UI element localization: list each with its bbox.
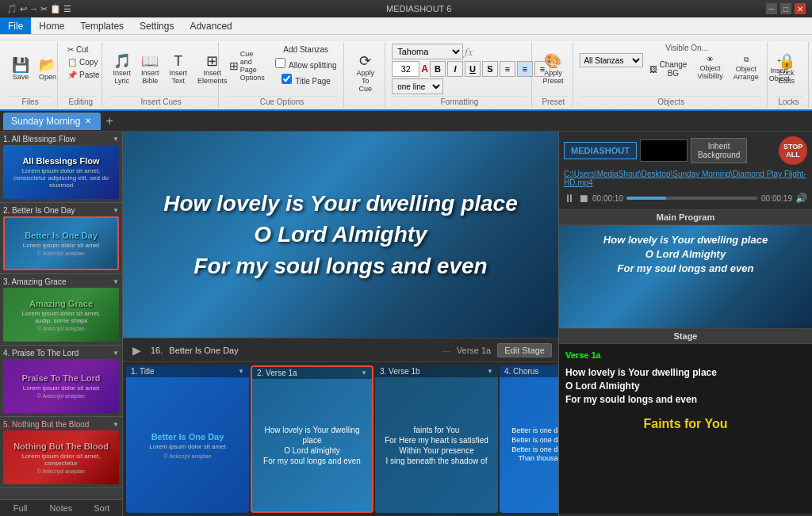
close-button[interactable]: ✕ [795,3,806,14]
insert-lyric-button[interactable]: 🎵 InsertLyric [109,52,135,87]
stage-area: How lovely is Your dwelling place O Lord… [123,132,558,516]
volume-icon[interactable]: 🔊 [795,193,807,204]
open-button[interactable]: 📂 Open [35,55,60,83]
dropdown-icon[interactable]: ▼ [238,368,244,375]
mediashout-logo: MEDIASHOUT [564,142,637,159]
cue-card[interactable]: 3. Verse 1b ▼ faints for YouFor Here my … [375,365,498,513]
line-spacing-selector[interactable]: one line [392,78,443,94]
preview-line3: For my soul longs and even [163,250,518,281]
notes-view-button[interactable]: Notes [40,500,81,516]
stop-button[interactable]: ⏹ [578,192,589,204]
stage-yellow-text: Faints for You [565,417,806,431]
open-icon: 📂 [39,58,56,72]
cue-page-options-button[interactable]: ⊞ Cue andPage Options [225,52,269,80]
bold-button[interactable]: B [430,61,446,77]
stage-verse-label: Verse 1a [565,350,806,360]
expand-icon[interactable]: ▼ [113,421,119,428]
window-controls: ─ □ ✕ [766,3,806,14]
cue-card[interactable]: 1. Title ▼ Better Is One Day Lorem ipsum… [126,365,249,513]
menu-file[interactable]: File [0,17,31,34]
add-stanzas-button[interactable]: Add Stanzas [272,44,340,55]
insert-text-button[interactable]: T InsertText [166,52,192,87]
italic-button[interactable]: I [447,61,463,77]
slide-item-header: 2. Better Is One Day ▼ [3,206,119,215]
font-selector[interactable]: Tahoma [392,44,463,59]
lock-edits-button[interactable]: 🔒 LockEdits [774,52,799,87]
title-page-button[interactable]: Title Page [272,72,340,87]
slide-item[interactable]: 3. Amazing Grace ▼ Amazing Grace Lorem i… [0,274,122,346]
time-elapsed: 00:00:10 [592,194,623,203]
apply-preset-buttons: 🎨 ApplyPreset [538,44,567,94]
tab-label: Sunday Morning [11,116,80,127]
menu-settings[interactable]: Settings [132,17,182,34]
expand-icon[interactable]: ▼ [113,207,119,214]
sort-button[interactable]: Sort [82,500,122,516]
verse-label: Verse 1a [457,346,491,355]
shadow-button[interactable]: S [482,61,498,77]
cue-number: 16. [151,346,163,355]
apply-to-cue-button[interactable]: ⟳ ApplyTo Cue [350,52,380,95]
tab-close-button[interactable]: ✕ [83,117,93,125]
play-button[interactable]: ▶ [129,342,144,358]
stanzas-selector[interactable]: All Stanzas [580,53,643,67]
doc-tab-sunday-morning[interactable]: Sunday Morning ✕ [3,113,101,130]
align-left-button[interactable]: ≡ [500,61,515,77]
stage-main-line3: For my sould longs and even [565,393,806,407]
object-arrange-button[interactable]: ⧉ ObjectArrange [730,53,763,85]
save-icon: 💾 [12,58,29,72]
insert-bible-button[interactable]: 📖 InsertBible [137,52,163,87]
insert-buttons: 🎵 InsertLyric 📖 InsertBible T InsertText… [109,44,231,94]
file-path[interactable]: C:\Users\MediaShout\Desktop\Sunday Morni… [564,168,807,189]
visible-on-label: Visible On... [665,44,708,52]
underline-button[interactable]: U [465,61,481,77]
dropdown-icon[interactable]: ▼ [487,368,493,375]
dropdown-icon[interactable]: ▼ [361,369,367,376]
paste-button[interactable]: 📌 Paste [64,69,102,81]
slide-number: 1. All Blessings Flow [3,135,75,143]
cue-card[interactable]: 2. Verse 1a ▼ How lovely is Your dwellin… [251,365,373,513]
copy-button[interactable]: 📋 Copy [64,56,101,68]
cue-cards-container: 1. Title ▼ Better Is One Day Lorem ipsum… [123,362,558,516]
slide-item[interactable]: 2. Better Is One Day ▼ Better Is One Day… [0,203,122,274]
object-visibility-button[interactable]: 👁 ObjectVisibility [693,53,726,85]
expand-icon[interactable]: ▼ [113,278,119,285]
cue-card-label: 1. Title [131,367,154,376]
minimize-button[interactable]: ─ [766,3,777,14]
slide-item[interactable]: 5. Nothing But the Blood ▼ Nothing But T… [0,417,122,488]
allow-splitting-checkbox[interactable] [275,58,285,68]
slide-item[interactable]: 4. Praise To The Lord ▼ Praise To The Lo… [0,346,122,417]
expand-icon[interactable]: ▼ [113,136,119,143]
allow-splitting-button[interactable]: Allow splitting [272,56,340,71]
maximize-button[interactable]: □ [780,3,791,14]
menu-home[interactable]: Home [31,17,72,34]
apply-preset-button[interactable]: 🎨 ApplyPreset [538,52,567,87]
font-size-input[interactable] [392,61,419,77]
progress-bar[interactable] [626,197,758,200]
expand-icon[interactable]: ▼ [113,350,119,357]
menu-advanced[interactable]: Advanced [182,17,239,34]
pause-button[interactable]: ⏸ [564,192,575,204]
font-color-btn[interactable]: A [421,63,428,75]
stop-all-button[interactable]: STOPALL [779,136,807,165]
preview-line1: How lovely is Your dwelling place [163,188,518,219]
title-page-checkbox[interactable] [282,74,292,84]
edit-stage-button[interactable]: Edit Stage [497,343,552,357]
new-tab-button[interactable]: + [102,114,116,128]
visibility-icon: 👁 [707,55,714,63]
cue-card[interactable]: 4. Chorus ▼ Better is one day in Your co… [500,365,558,513]
save-button[interactable]: 💾 Save [8,55,33,83]
ribbon-content: 💾 Save 📂 Open Files ✂ Cut 📋 Copy 📌 Paste… [0,40,812,109]
main-layout: 1. All Blessings Flow ▼ All Blessings Fl… [0,132,812,516]
menu-templates[interactable]: Templates [72,17,132,34]
inherit-background-button[interactable]: InheritBackground [691,138,747,163]
align-center-button[interactable]: ≡ [517,61,533,77]
main-preview[interactable]: How lovely is Your dwelling place O Lord… [123,132,558,338]
full-view-button[interactable]: Full [0,500,40,516]
formula-icon[interactable]: 𝑓𝑥 [465,45,473,59]
apply-icon: ⟳ [359,54,371,68]
slide-thumbnail: Amazing Grace Lorem ipsum dolor sit amet… [3,288,119,342]
ribbon-group-locks: 🔒 LockEdits Locks [769,42,809,108]
slide-item[interactable]: 1. All Blessings Flow ▼ All Blessings Fl… [0,132,122,203]
cut-button[interactable]: ✂ Cut [64,44,91,55]
change-bg-button[interactable]: 🖼 ChangeBG [645,53,691,85]
